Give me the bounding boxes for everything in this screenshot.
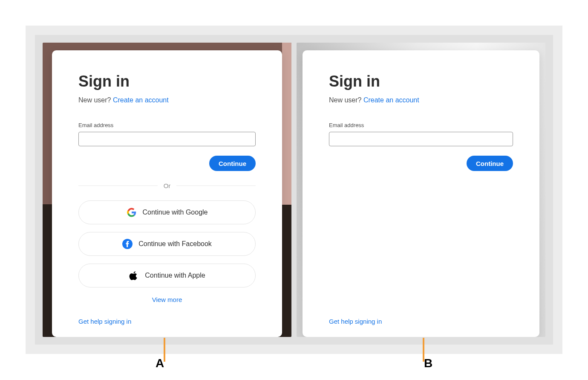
email-label: Email address (78, 122, 256, 128)
panel-a-background: Sign in New user? Create an account Emai… (43, 43, 291, 337)
continue-row: Continue (78, 156, 256, 171)
signin-card-b: Sign in New user? Create an account Emai… (303, 50, 539, 337)
continue-row: Continue (329, 156, 513, 171)
continue-with-facebook-button[interactable]: Continue with Facebook (78, 232, 256, 256)
apple-button-label: Continue with Apple (145, 272, 205, 279)
page-title: Sign in (329, 73, 513, 90)
figure-container: Sign in New user? Create an account Emai… (0, 0, 588, 380)
view-more-link[interactable]: View more (78, 296, 256, 303)
continue-button[interactable]: Continue (209, 156, 256, 171)
new-user-text: New user? (329, 96, 363, 104)
create-account-link[interactable]: Create an account (363, 96, 419, 104)
or-divider: Or (78, 182, 256, 189)
new-user-text: New user? (78, 96, 113, 104)
panels-row: Sign in New user? Create an account Emai… (43, 43, 545, 337)
panel-b-background: Sign in New user? Create an account Emai… (297, 43, 545, 337)
email-label: Email address (329, 122, 513, 128)
create-account-link[interactable]: Create an account (113, 96, 169, 104)
email-field[interactable] (329, 132, 513, 146)
continue-with-google-button[interactable]: Continue with Google (78, 200, 256, 224)
get-help-link[interactable]: Get help signing in (329, 309, 513, 325)
apple-icon (129, 270, 139, 281)
callout-labels-row: A B (26, 354, 562, 370)
new-user-line: New user? Create an account (329, 96, 513, 104)
email-field[interactable] (78, 132, 256, 146)
continue-button[interactable]: Continue (467, 156, 513, 171)
continue-with-apple-button[interactable]: Continue with Apple (78, 264, 256, 287)
facebook-button-label: Continue with Facebook (138, 240, 212, 248)
new-user-line: New user? Create an account (78, 96, 256, 104)
callout-label-b: B (294, 354, 562, 370)
facebook-icon (122, 239, 133, 249)
page-title: Sign in (78, 73, 256, 90)
figure-outer-frame: Sign in New user? Create an account Emai… (26, 26, 562, 354)
google-button-label: Continue with Google (143, 209, 208, 216)
google-icon (127, 207, 137, 218)
get-help-link[interactable]: Get help signing in (78, 309, 256, 325)
callout-label-a: A (26, 354, 294, 370)
or-divider-text: Or (158, 182, 177, 189)
signin-card-a: Sign in New user? Create an account Emai… (52, 50, 282, 337)
figure-inner-frame: Sign in New user? Create an account Emai… (35, 35, 553, 345)
